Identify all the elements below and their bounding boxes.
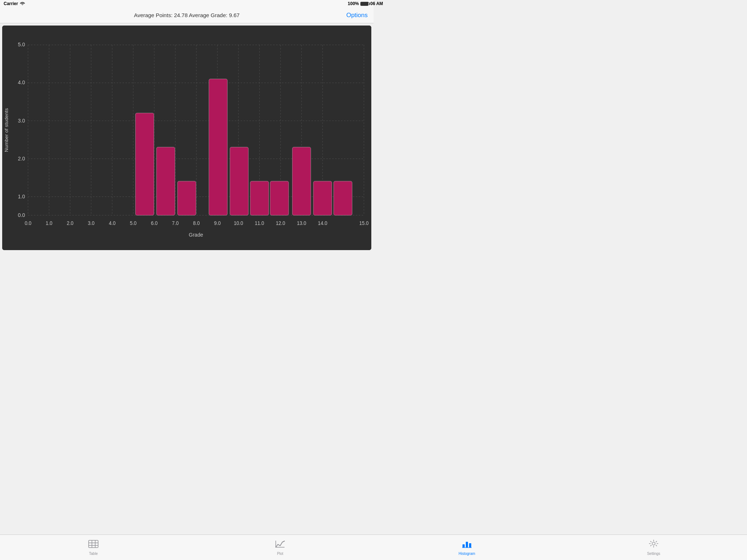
svg-text:4.0: 4.0: [109, 221, 115, 226]
svg-rect-49: [156, 147, 175, 215]
svg-text:Grade: Grade: [189, 232, 203, 238]
svg-text:2.0: 2.0: [67, 221, 73, 226]
svg-rect-57: [334, 181, 352, 215]
svg-text:15.0: 15.0: [359, 221, 369, 226]
svg-text:2.0: 2.0: [18, 155, 25, 161]
svg-text:14.0: 14.0: [318, 221, 328, 226]
svg-text:3.0: 3.0: [88, 221, 94, 226]
svg-rect-52: [230, 147, 248, 215]
stats-text: Average Points: 24.78 Average Grade: 9.6…: [134, 12, 240, 18]
svg-rect-51: [209, 79, 228, 215]
svg-text:10.0: 10.0: [234, 221, 243, 226]
chart-area: 5.0 4.0 3.0 2.0 1.0 0.0 0.0 1.0 2.0 3.0 …: [2, 26, 371, 250]
svg-text:12.0: 12.0: [276, 221, 285, 226]
histogram-chart: 5.0 4.0 3.0 2.0 1.0 0.0 0.0 1.0 2.0 3.0 …: [2, 26, 371, 250]
svg-text:0.0: 0.0: [18, 212, 25, 218]
svg-rect-56: [313, 181, 332, 215]
svg-rect-48: [135, 113, 154, 215]
wifi-icon: [20, 1, 25, 6]
status-left: Carrier: [4, 1, 25, 6]
svg-rect-50: [178, 181, 196, 215]
svg-text:8.0: 8.0: [193, 221, 200, 226]
svg-rect-54: [270, 181, 289, 215]
svg-text:1.0: 1.0: [46, 221, 52, 226]
svg-text:0.0: 0.0: [25, 221, 31, 226]
svg-text:6.0: 6.0: [151, 221, 158, 226]
svg-text:1.0: 1.0: [18, 193, 25, 199]
status-bar: Carrier 12:06 AM 100%: [0, 0, 374, 7]
svg-text:7.0: 7.0: [172, 221, 178, 226]
options-button[interactable]: Options: [346, 12, 368, 19]
svg-text:4.0: 4.0: [18, 79, 25, 85]
svg-text:Number of students: Number of students: [4, 108, 9, 152]
svg-point-0: [22, 4, 23, 5]
svg-text:9.0: 9.0: [214, 221, 221, 226]
svg-text:5.0: 5.0: [130, 221, 136, 226]
svg-text:11.0: 11.0: [255, 221, 264, 226]
svg-text:13.0: 13.0: [297, 221, 306, 226]
svg-text:3.0: 3.0: [18, 117, 25, 123]
carrier-label: Carrier: [4, 1, 18, 6]
svg-rect-53: [250, 181, 269, 215]
svg-rect-1: [2, 26, 371, 250]
svg-rect-55: [292, 147, 311, 215]
status-right: 100%: [348, 1, 370, 6]
top-bar: Average Points: 24.78 Average Grade: 9.6…: [0, 7, 374, 23]
battery-percent: 100%: [348, 1, 359, 6]
svg-text:5.0: 5.0: [18, 42, 25, 47]
